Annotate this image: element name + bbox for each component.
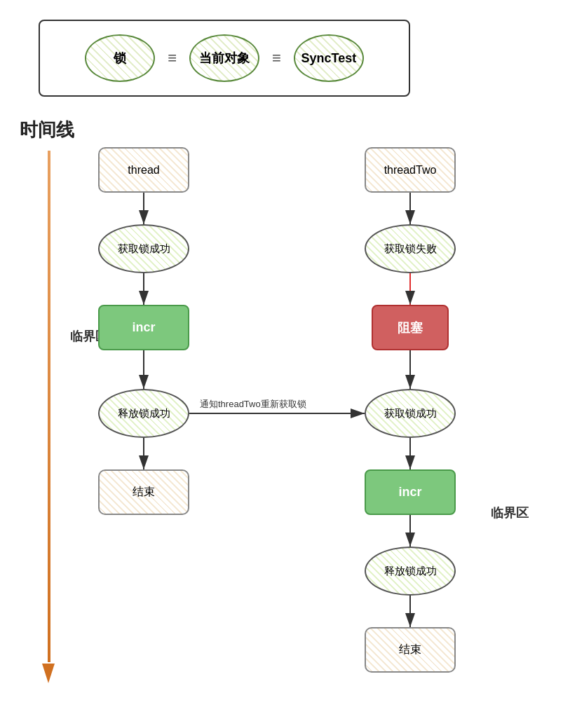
thread-right-lock-success: 获取锁成功	[365, 389, 456, 438]
thread-right-start: threadTwo	[365, 147, 456, 193]
thread-right-incr: incr	[365, 469, 456, 515]
legend-current-label: 当前对象	[199, 50, 250, 67]
thread-left-unlock-success: 释放锁成功	[98, 389, 189, 438]
timeline-arrowhead	[42, 664, 55, 683]
timeline-label: 时间线	[20, 118, 74, 142]
thread-left-start: thread	[98, 147, 189, 193]
legend-item-synctest: SyncTest	[294, 34, 364, 82]
legend-eq-2: ≡	[272, 49, 281, 67]
legend-box: 锁 ≡ 当前对象 ≡ SyncTest	[39, 20, 410, 97]
legend-synctest-label: SyncTest	[301, 51, 356, 66]
thread-right-lock-fail: 获取锁失败	[365, 224, 456, 273]
thread-left-lock-success: 获取锁成功	[98, 224, 189, 273]
legend-eq-1: ≡	[168, 49, 177, 67]
thread-right-end: 结束	[365, 627, 456, 673]
thread-left-end: 结束	[98, 469, 189, 515]
thread-right-block: 阻塞	[372, 305, 449, 350]
timeline-line	[48, 151, 50, 662]
legend-item-lock: 锁	[85, 34, 155, 82]
thread-right-unlock-success: 释放锁成功	[365, 547, 456, 596]
thread-left-incr: incr	[98, 305, 189, 350]
flow-diagram: thread 获取锁成功 incr 释放锁成功 结束 通知threadTwo重新…	[91, 147, 540, 708]
timeline-arrow	[42, 151, 55, 683]
notify-label: 通知threadTwo重新获取锁	[200, 398, 306, 411]
legend-item-current: 当前对象	[189, 34, 259, 82]
legend-lock-label: 锁	[114, 50, 126, 67]
